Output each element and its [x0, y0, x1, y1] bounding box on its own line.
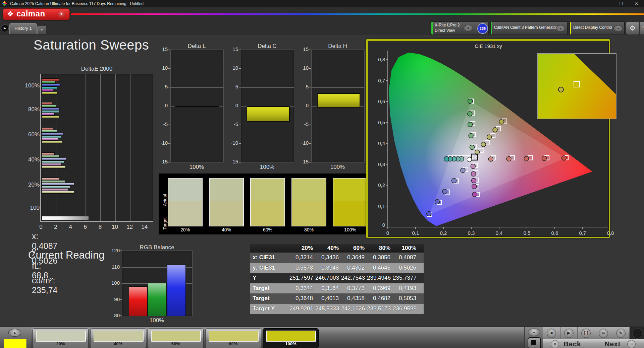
cie-measured-magenta	[472, 192, 477, 197]
pattern-button-80%[interactable]: 80%	[205, 328, 261, 348]
page-title: Saturation Sweeps	[34, 38, 149, 53]
rgb-bar-red	[129, 286, 148, 316]
collapse-toolbar-button[interactable]: ◀	[640, 21, 644, 35]
reading-count-badge[interactable]: 236	[477, 23, 488, 34]
table-row-target-x-cie31: Target x:CIE310,33440,35640,37730,39690,…	[250, 283, 424, 294]
table-cell: 0,5026	[393, 263, 419, 273]
deltae-bar-magenta-20%	[42, 188, 68, 191]
swatch-actual-20%	[168, 179, 202, 201]
swatch-target-100%	[333, 201, 367, 226]
single-measure-button[interactable]: [·]	[577, 327, 595, 339]
deltae-bar-magenta-40%	[42, 163, 62, 166]
pattern-bar: ▲ 20%40%60%80%100% ▲ ■▶[·]∞↻ « Back Next…	[0, 327, 644, 348]
table-cell: 0,4682	[367, 293, 393, 304]
gridline	[312, 125, 364, 125]
row-label: Target y:CIE31	[250, 293, 289, 304]
pattern-button-60%[interactable]: 60%	[148, 328, 204, 348]
maximize-button[interactable]: ❐	[614, 0, 629, 7]
pattern-window-toggle[interactable]	[528, 337, 541, 348]
refresh-icon: ↻	[616, 329, 626, 338]
table-cell: 0,3564	[315, 283, 341, 294]
deltae-bar-blue-20%	[42, 183, 74, 186]
tick	[168, 162, 170, 162]
deltae-bar-cyan-80%	[42, 110, 59, 113]
next-label: Next	[604, 339, 621, 348]
minimize-button[interactable]: –	[599, 0, 614, 7]
swatch-label: 80%	[288, 227, 330, 232]
calman-logo-text: calman	[16, 9, 45, 18]
close-button[interactable]: ✕	[629, 0, 644, 7]
swatch-target-20%	[168, 201, 202, 226]
cie-measured-green	[469, 133, 473, 138]
gridline	[171, 144, 223, 144]
gridline	[171, 69, 223, 69]
table-cell: 239,4946	[367, 273, 393, 283]
row-label: Target x:CIE31	[250, 283, 289, 294]
table-cell: 246,7003	[315, 273, 341, 283]
pattern-button-40%[interactable]: 40%	[90, 328, 146, 348]
next-button[interactable]: Next »	[595, 339, 644, 348]
delta_l-bar	[175, 106, 219, 107]
swatch-80%	[291, 178, 326, 226]
pattern-button-100%[interactable]: 100%	[263, 328, 319, 348]
tick	[309, 68, 311, 69]
expand-up-button[interactable]: ▲	[528, 329, 540, 336]
tick	[168, 50, 170, 50]
deltae-bar-cyan-100%	[42, 86, 57, 89]
pattern-swatch	[36, 331, 86, 342]
table-cell: 0,5053	[393, 293, 419, 304]
cie-measured-red	[561, 156, 566, 160]
pattern-buttons: 20%40%60%80%100%	[0, 327, 335, 348]
tick	[239, 68, 241, 69]
single-measure-icon: [·]	[581, 329, 591, 338]
delta_h-xlabel: 100%	[311, 164, 364, 170]
delta_c-ytick: 0	[225, 102, 238, 108]
deltae-bar-magenta-60%	[42, 138, 58, 141]
tab-history-1[interactable]: History 1	[9, 23, 37, 34]
stop-button[interactable]: ■	[543, 327, 560, 339]
delta_h-plot	[311, 50, 365, 162]
title-bar: Calman 2025 Calman Ultimate for Business…	[0, 0, 644, 7]
record-button[interactable]	[632, 328, 643, 339]
display-control-label: Direct Display Control	[573, 25, 612, 30]
measure-controls: ■▶[·]∞↻	[543, 327, 629, 339]
meter-dropdown[interactable]: X-Rite i1Pro 2 Direct View ▼ 236	[431, 21, 489, 35]
settings-button[interactable]: ⚙	[626, 21, 639, 35]
chevron-double-left-icon: «	[551, 340, 559, 348]
cie-measured-blue	[442, 189, 447, 194]
deltae-bar-red-100%	[42, 78, 59, 81]
delta_h-ytick: -5	[295, 121, 309, 127]
table-cell: 0,4645	[367, 263, 393, 273]
continuous-button[interactable]: ∞	[595, 327, 612, 339]
tab-scroll-button[interactable]: ▶	[1, 24, 9, 32]
tick	[309, 87, 311, 87]
cie-measured-yellow	[499, 120, 504, 124]
gridline	[241, 87, 294, 88]
back-label: Back	[564, 339, 581, 348]
cie-xtick: 0,3	[465, 230, 478, 236]
play-button[interactable]: ▶	[560, 327, 578, 339]
pattern-button-20%[interactable]: 20%	[33, 328, 89, 348]
delta_c-xlabel: 100%	[241, 164, 293, 170]
tick	[309, 162, 311, 162]
delta_h-ytick: 0	[295, 102, 309, 108]
tick	[309, 143, 311, 144]
display-control-dropdown[interactable]: Direct Display Control ▼	[570, 21, 625, 35]
gridline	[56, 74, 56, 221]
divider	[475, 23, 475, 33]
pattern-swatch	[151, 331, 201, 342]
deltae-group-label: 20%	[20, 182, 40, 188]
refresh-button[interactable]: ↻	[612, 327, 629, 339]
delta_c-ytick: -5	[225, 121, 238, 127]
pattern-generator-dropdown[interactable]: CalMAN Client 3 Pattern Generator ▼	[490, 21, 568, 35]
meter-mode: Direct View	[435, 28, 455, 33]
gridline	[145, 74, 145, 221]
back-button[interactable]: « Back	[543, 339, 595, 348]
deltae-bar-white-100	[42, 216, 89, 220]
calman-menu-button[interactable]: ❖ calman ▼	[3, 8, 70, 20]
swatch-label: 20%	[164, 227, 206, 232]
navigation-buttons: « Back Next »	[543, 339, 644, 348]
gridline	[100, 74, 101, 221]
add-tab-button[interactable]: +	[37, 26, 46, 34]
swatch-label: 100%	[329, 227, 371, 232]
